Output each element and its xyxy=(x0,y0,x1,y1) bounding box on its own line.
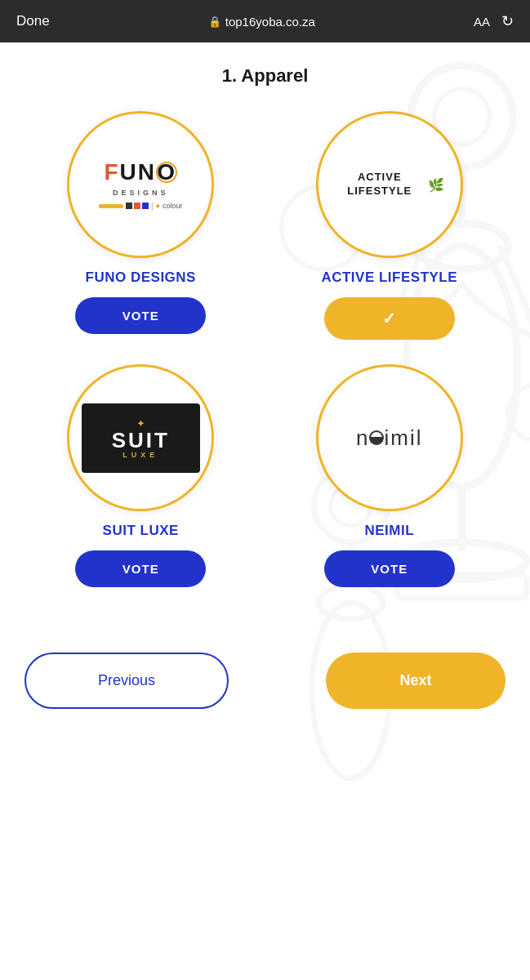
next-button[interactable]: Next xyxy=(326,653,506,709)
candidate-card-funo: F U N O DESIGNS xyxy=(24,111,257,340)
funo-yellow-bar xyxy=(99,204,123,208)
funo-colour-text: ●colour xyxy=(156,202,183,210)
funo-u: U xyxy=(120,159,138,185)
active-leaf-icon: 🌿 xyxy=(428,177,444,193)
neimil-logo: n imil xyxy=(356,425,422,451)
funo-vote-button[interactable]: VOTE xyxy=(75,297,206,334)
suit-luxe-sub: LUXE xyxy=(122,451,158,459)
checkmark-icon: ✓ xyxy=(382,310,397,327)
funo-text: F U N O xyxy=(104,159,177,185)
active-logo: ACTIVE LIFESTYLE 🌿 xyxy=(335,171,444,198)
page-title: 1. Apparel xyxy=(0,42,530,103)
funo-sq2 xyxy=(134,203,140,209)
funo-n: N xyxy=(138,159,156,185)
funo-pipe: | xyxy=(151,202,154,211)
neimil-vote-button[interactable]: VOTE xyxy=(324,550,455,587)
bottom-nav: Previous Next xyxy=(0,628,530,725)
browser-controls: AA ↻ xyxy=(474,12,514,30)
suit-logo: ✦ SUIT LUXE xyxy=(82,403,200,473)
logo-circle-active: ACTIVE LIFESTYLE 🌿 xyxy=(316,111,463,258)
neimil-name: NEIMIL xyxy=(364,523,414,539)
logo-circle-neimil: n imil xyxy=(316,364,463,511)
funo-f: F xyxy=(104,159,119,185)
active-vote-button[interactable]: ✓ xyxy=(324,297,455,340)
neimil-n: n xyxy=(356,425,369,451)
done-button[interactable]: Done xyxy=(16,13,50,29)
lock-icon: 🔒 xyxy=(208,16,221,28)
logo-circle-funo: F U N O DESIGNS xyxy=(67,111,214,258)
suit-name: SUIT LUXE xyxy=(103,523,179,539)
funo-color-bar: | ●colour xyxy=(99,202,183,211)
browser-bar: Done 🔒 top16yoba.co.za AA ↻ xyxy=(0,0,530,42)
url-area: 🔒 top16yoba.co.za xyxy=(208,15,315,29)
colour-leaf: ● xyxy=(156,202,160,210)
candidate-card-active: ACTIVE LIFESTYLE 🌿 ACTIVE LIFESTYLE ✓ xyxy=(274,111,506,340)
funo-o: O xyxy=(156,162,177,183)
active-text: ACTIVE LIFESTYLE xyxy=(335,171,425,198)
neimil-e-svg xyxy=(369,427,384,448)
funo-color-squares xyxy=(126,203,149,209)
candidate-card-suit: ✦ SUIT LUXE SUIT LUXE VOTE xyxy=(24,364,257,587)
main-content: 1. Apparel F U N O DESIGNS xyxy=(0,42,530,980)
suit-vote-button[interactable]: VOTE xyxy=(75,550,206,587)
funo-name: FUNO DESIGNS xyxy=(86,270,196,286)
candidate-card-neimil: n imil NEIMIL VOTE xyxy=(274,364,506,587)
funo-designs-sub: DESIGNS xyxy=(113,189,169,197)
neimil-i: imil xyxy=(384,425,422,451)
logo-circle-suit: ✦ SUIT LUXE xyxy=(67,364,214,511)
neimil-e-special xyxy=(369,427,384,448)
active-row: ACTIVE LIFESTYLE 🌿 xyxy=(335,171,444,198)
previous-button[interactable]: Previous xyxy=(24,653,229,709)
funo-sq3 xyxy=(142,203,149,209)
active-name: ACTIVE LIFESTYLE xyxy=(321,270,457,286)
funo-sq1 xyxy=(126,203,132,209)
reload-icon[interactable]: ↻ xyxy=(501,12,514,30)
suit-text: SUIT xyxy=(112,430,170,451)
candidates-grid: F U N O DESIGNS xyxy=(0,103,530,612)
url-text: top16yoba.co.za xyxy=(225,15,315,29)
funo-logo: F U N O DESIGNS xyxy=(99,159,183,211)
text-size-button[interactable]: AA xyxy=(474,15,490,29)
